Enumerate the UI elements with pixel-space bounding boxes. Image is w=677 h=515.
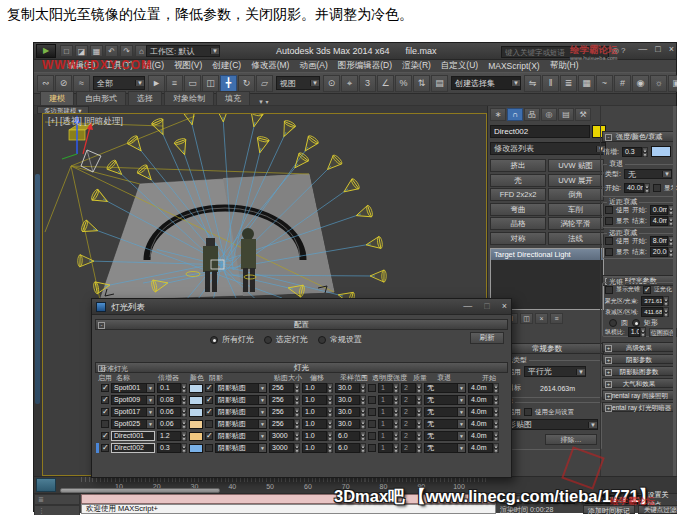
select-and-rotate-icon[interactable]: ↻ [238,75,255,92]
light-row[interactable]: Direct002▼ 0.3 阴影贴图▼ 3000 1.0 6.0 1 2 无▼… [94,443,511,453]
bias-spinner[interactable]: 1.0 [302,431,333,441]
light-name-field[interactable]: Spot025▼ [111,419,155,429]
light-color-swatch[interactable] [651,146,671,157]
shadow-type-dropdown[interactable]: 阴影贴图▼ [215,407,267,417]
make-unique-icon[interactable]: ◫ [520,313,533,324]
maximize-button[interactable]: □ [655,44,660,54]
multiplier-spinner[interactable]: 0.3 [157,443,187,453]
multiplier-spinner[interactable]: 0.08 [157,395,187,405]
expand-icon[interactable]: + [605,393,612,400]
decay-dropdown[interactable]: 无▼ [424,407,466,417]
map-size-spinner[interactable]: 256 [269,395,300,405]
bias-spinner[interactable]: 1.0 [302,383,333,393]
integrity-spinner[interactable]: 1 [378,383,399,393]
utilities-tab-icon[interactable]: ⚒ [575,108,591,121]
map-size-spinner[interactable]: 3000 [269,431,300,441]
curve-editor-icon[interactable]: ~ [596,75,613,92]
decay-start-spinner[interactable]: 4.0m [468,443,499,453]
quality-spinner[interactable]: 2 [401,431,422,441]
hierarchy-tab-icon[interactable]: 品 [524,108,540,121]
decay-type-dropdown[interactable]: 无▼ [624,169,672,179]
quality-spinner[interactable]: 2 [401,383,422,393]
light-color-swatch[interactable] [189,384,203,393]
decay-dropdown[interactable]: 无▼ [424,443,466,453]
mini-curve-editor-button[interactable] [36,478,56,492]
angle-snap-icon[interactable]: ∠ [377,75,394,92]
light-enable-checkbox[interactable] [101,420,109,428]
workspace-dropdown[interactable]: 工作区: 默认▼ [146,45,220,57]
shadow-type-dropdown[interactable]: 阴影贴图▼ [215,431,267,441]
far-start-spinner[interactable]: 8.0m [650,236,674,246]
light-row[interactable]: Spot017▼ 0.06 阴影贴图▼ 256 1.0 30.0 1 2 无▼ … [94,407,511,417]
light-name-field[interactable]: Spot001▼ [111,383,155,393]
integrity-spinner[interactable]: 1 [378,395,399,405]
light-color-swatch[interactable] [189,420,203,429]
light-name-field[interactable]: Spot017▼ [111,407,155,417]
transparency-checkbox[interactable] [368,396,376,404]
menu-item[interactable]: 视图(V) [169,60,207,72]
stack-item[interactable]: Target Directional Light [491,249,603,260]
transparency-checkbox[interactable] [368,408,376,416]
rollout-collapsed[interactable]: +阴影贴图参数 [602,366,676,376]
bias-spinner[interactable]: 1.0 [302,395,333,405]
new-scene-icon[interactable]: □ [60,45,73,57]
light-color-swatch[interactable] [189,408,203,417]
sample-range-spinner[interactable]: 30.0 [335,407,366,417]
map-size-spinner[interactable]: 256 [269,407,300,417]
rollout-lights[interactable]: -灯光 [95,362,508,373]
help-icon[interactable]: ? [621,46,625,55]
collapse-icon[interactable]: - [98,322,105,329]
shadow-checkbox[interactable] [205,384,213,392]
rollout-collapsed[interactable]: +大气和效果 [602,378,676,388]
multiplier-spinner[interactable]: 1.2 [157,431,187,441]
maxscript-listener-icon[interactable]: ≣ [34,494,80,505]
general-settings-radio[interactable] [318,336,326,344]
all-lights-radio[interactable] [210,336,218,344]
rollout-intensity[interactable]: -强度/颜色/衰减 [602,131,676,142]
ribbon-tab[interactable]: 自由形式 [76,91,126,105]
decay-start-spinner[interactable]: 40.0m [624,183,650,193]
light-color-swatch[interactable] [189,396,203,405]
bias-spinner[interactable]: 1.0 [302,443,333,453]
refresh-button[interactable]: 刷新 [470,332,504,344]
ribbon-tab[interactable]: 选择 [128,91,162,105]
max-logo-icon[interactable]: ▶ [36,44,56,58]
modifier-button[interactable]: 晶格 [490,217,546,230]
shadow-checkbox[interactable] [205,396,213,404]
rollout-config[interactable]: -配置 [95,319,508,330]
near-end-spinner[interactable]: 4.0m [650,216,674,226]
expand-icon[interactable]: + [605,381,612,388]
expand-icon[interactable]: + [605,345,612,352]
light-name-field[interactable]: Spot009▼ [111,395,155,405]
far-show-checkbox[interactable] [605,248,613,256]
selection-filter-dropdown[interactable]: 全部▼ [93,76,145,90]
light-enable-checkbox[interactable] [101,408,109,416]
bind-to-spacewarp-icon[interactable]: ≈ [73,75,90,92]
decay-start-spinner[interactable]: 4.0m [468,395,499,405]
light-color-swatch[interactable] [189,432,203,441]
layer-manager-icon[interactable]: ≣ [560,75,577,92]
show-cone-checkbox[interactable] [605,286,613,294]
decay-start-spinner[interactable]: 4.0m [468,407,499,417]
sample-range-spinner[interactable]: 6.0 [335,431,366,441]
reference-coordinate-dropdown[interactable]: 视图▼ [276,76,320,90]
configure-modifier-sets-icon[interactable]: ≡ [550,313,563,324]
use-pivot-center-icon[interactable]: ⊙ [323,75,340,92]
viewport-label[interactable]: [+] [透视] [明暗处理] [48,116,123,128]
quality-spinner[interactable]: 2 [401,407,422,417]
select-and-manipulate-icon[interactable]: ⌖ [341,75,358,92]
collapse-icon[interactable]: - [605,134,612,141]
display-tab-icon[interactable]: ▤ [558,108,574,121]
light-enable-checkbox[interactable] [101,384,109,392]
redo-icon[interactable]: ↷ [120,45,133,57]
sample-range-spinner[interactable]: 30.0 [335,383,366,393]
light-row[interactable]: Spot009▼ 0.08 阴影贴图▼ 256 1.0 30.0 1 2 无▼ … [94,395,511,405]
decay-start-spinner[interactable]: 4.0m [468,419,499,429]
shadow-type-dropdown[interactable]: 阴影贴图▼ [215,443,267,453]
select-by-name-icon[interactable]: ≡ [166,75,183,92]
light-row[interactable]: Direct001▼ 1.2 阴影贴图▼ 3000 1.0 6.0 1 2 无▼… [94,431,511,441]
bias-spinner[interactable]: 1.0 [302,407,333,417]
modifier-button[interactable]: 对称 [490,232,546,245]
dialog-maximize-button[interactable]: □ [484,301,489,311]
sample-range-spinner[interactable]: 30.0 [335,419,366,429]
